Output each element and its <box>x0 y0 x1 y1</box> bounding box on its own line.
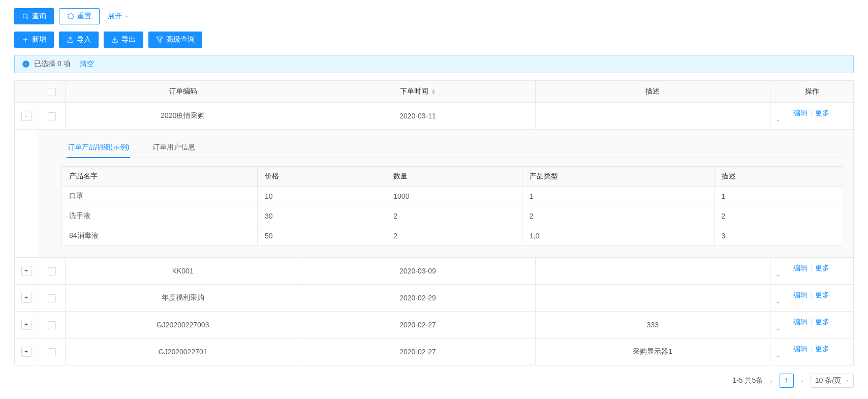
edit-link[interactable]: 编辑 <box>793 109 808 117</box>
info-icon: i <box>22 60 30 68</box>
row-select-checkbox[interactable] <box>48 348 56 356</box>
chevron-down-icon <box>776 300 848 305</box>
detail-header-qty: 数量 <box>386 167 522 187</box>
cell-description: 采购显示器1 <box>535 339 770 365</box>
import-button[interactable]: 导入 <box>59 32 99 48</box>
cell-order-code: 2020疫情采购 <box>66 103 300 130</box>
advanced-query-button[interactable]: 高级查询 <box>148 32 202 48</box>
sort-icon[interactable]: ▲▼ <box>431 88 436 95</box>
cell-order-code: GJ20200227003 <box>66 312 300 339</box>
filter-icon <box>156 36 163 43</box>
edit-link[interactable]: 编辑 <box>793 345 808 353</box>
detail-header-name: 产品名字 <box>62 167 258 187</box>
selection-alert: i 已选择 0 项 清空 <box>14 55 854 73</box>
detail-row: 洗手液30222 <box>62 206 843 226</box>
cell-description: 333 <box>535 312 770 339</box>
cell-order-code: KK001 <box>66 258 300 285</box>
table-row: +KK0012020-03-09编辑|更多 <box>15 258 854 285</box>
plus-icon <box>22 36 29 43</box>
add-button[interactable]: 新增 <box>14 32 54 48</box>
reset-button[interactable]: 重置 <box>59 8 100 24</box>
row-select-checkbox[interactable] <box>48 294 56 302</box>
clear-selection-button[interactable]: 清空 <box>80 59 94 69</box>
row-actions: 编辑|更多 <box>770 285 854 312</box>
header-expand <box>15 81 38 103</box>
expand-toggle-label: 展开 <box>108 12 122 21</box>
svg-line-1 <box>27 18 28 19</box>
search-icon <box>22 13 29 20</box>
order-table: 订单编码 下单时间 ▲▼ 描述 操作 -2020疫情采购2020-03-11编辑… <box>14 80 854 365</box>
header-select-all <box>38 81 66 103</box>
row-expand-button[interactable]: + <box>21 347 32 357</box>
header-order-time[interactable]: 下单时间 ▲▼ <box>300 81 535 103</box>
cell-order-time: 2020-03-09 <box>300 258 535 285</box>
table-row: -2020疫情采购2020-03-11编辑|更多 <box>15 103 854 130</box>
reset-button-label: 重置 <box>77 12 91 21</box>
row-select-checkbox[interactable] <box>48 112 56 120</box>
search-button[interactable]: 查询 <box>14 8 54 24</box>
detail-header-type: 产品类型 <box>522 167 714 187</box>
detail-tab-0[interactable]: 订单产品明细(示例) <box>67 138 130 158</box>
row-select-checkbox[interactable] <box>48 321 56 329</box>
row-select-checkbox[interactable] <box>48 267 56 275</box>
table-row: +GJ20200227012020-02-27采购显示器1编辑|更多 <box>15 339 854 365</box>
page-size-select[interactable]: 10 条/页 <box>811 374 854 388</box>
chevron-down-icon <box>776 354 848 359</box>
chevron-down-icon <box>776 273 848 278</box>
add-button-label: 新增 <box>32 35 46 44</box>
detail-header-desc: 描述 <box>714 167 843 187</box>
cell-description <box>535 103 770 130</box>
row-actions: 编辑|更多 <box>770 103 854 130</box>
row-expand-button[interactable]: - <box>21 111 32 121</box>
detail-header-price: 价格 <box>257 167 386 187</box>
expand-toggle-button[interactable]: 展开 <box>105 12 132 21</box>
header-order-code[interactable]: 订单编码 <box>66 81 300 103</box>
row-expand-button[interactable]: + <box>21 293 32 303</box>
row-expand-button[interactable]: + <box>21 266 32 276</box>
selection-text: 已选择 0 项 <box>34 59 71 69</box>
row-actions: 编辑|更多 <box>770 339 854 365</box>
export-button[interactable]: 导出 <box>104 32 143 48</box>
header-description[interactable]: 描述 <box>535 81 770 103</box>
cell-order-time: 2020-02-27 <box>300 312 535 339</box>
cell-description <box>535 258 770 285</box>
action-toolbar: 新增 导入 导出 高级查询 <box>14 32 854 48</box>
table-row: +GJ202002270032020-02-27333编辑|更多 <box>15 312 854 339</box>
detail-row: 口罩10100011 <box>62 187 843 206</box>
table-header-row: 订单编码 下单时间 ▲▼ 描述 操作 <box>15 81 854 103</box>
pagination-range: 1-5 共5条 <box>732 376 763 385</box>
detail-tabs: 订单产品明细(示例)订单用户信息 <box>61 138 843 158</box>
download-icon <box>111 36 118 43</box>
cell-order-time: 2020-02-27 <box>300 339 535 365</box>
detail-tab-1[interactable]: 订单用户信息 <box>151 138 196 158</box>
row-actions: 编辑|更多 <box>770 258 854 285</box>
advanced-query-button-label: 高级查询 <box>166 35 195 44</box>
select-all-checkbox[interactable] <box>48 88 56 96</box>
edit-link[interactable]: 编辑 <box>793 318 808 326</box>
svg-text:i: i <box>25 62 26 67</box>
pagination-page-1[interactable]: 1 <box>780 374 794 388</box>
edit-link[interactable]: 编辑 <box>793 291 808 299</box>
chevron-down-icon <box>776 118 848 123</box>
pagination-next-button[interactable]: › <box>799 377 805 385</box>
row-expand-button[interactable]: + <box>21 320 32 330</box>
svg-marker-6 <box>157 37 163 43</box>
edit-link[interactable]: 编辑 <box>793 264 808 272</box>
reset-icon <box>67 13 74 20</box>
search-toolbar: 查询 重置 展开 <box>14 8 854 24</box>
cell-order-code: 年度福利采购 <box>66 285 300 312</box>
detail-table: 产品名字价格数量产品类型描述口罩10100011洗手液3022284消毒液502… <box>61 166 843 246</box>
cell-order-time: 2020-03-11 <box>300 103 535 130</box>
pagination-prev-button[interactable]: ‹ <box>768 377 774 385</box>
import-button-label: 导入 <box>77 35 91 44</box>
search-button-label: 查询 <box>32 12 46 21</box>
export-button-label: 导出 <box>121 35 136 44</box>
cell-order-time: 2020-02-29 <box>300 285 535 312</box>
cell-order-code: GJ2020022701 <box>66 339 300 365</box>
expanded-row: 订单产品明细(示例)订单用户信息产品名字价格数量产品类型描述口罩10100011… <box>15 130 854 258</box>
header-actions: 操作 <box>770 81 854 103</box>
cell-description <box>535 285 770 312</box>
table-row: +年度福利采购2020-02-29编辑|更多 <box>15 285 854 312</box>
svg-point-0 <box>23 14 27 18</box>
chevron-down-icon <box>776 327 848 332</box>
